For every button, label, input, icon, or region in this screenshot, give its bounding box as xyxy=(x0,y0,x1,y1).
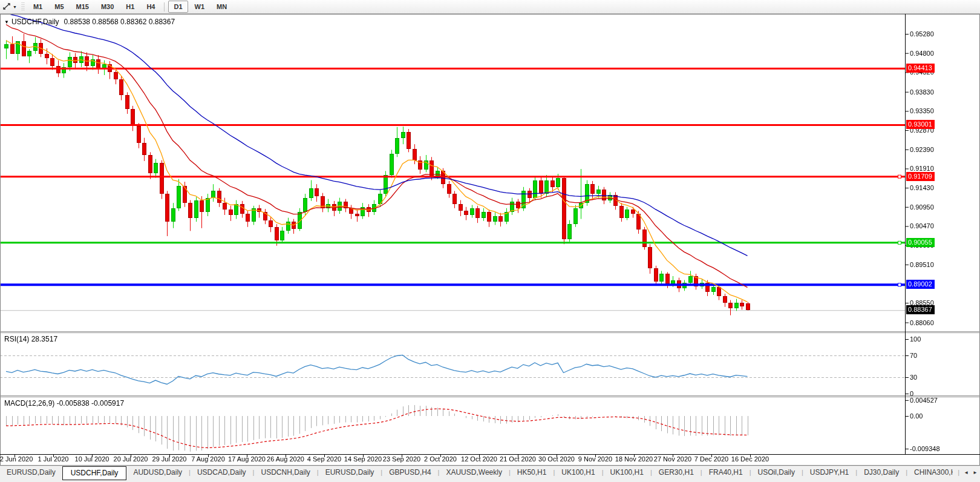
chart-pan-icon[interactable] xyxy=(2,2,12,12)
rsi-axis-label: 30 xyxy=(910,374,917,381)
toolbar-grip-handle[interactable] xyxy=(21,2,24,12)
date-label: 17 Aug 2020 xyxy=(228,455,266,463)
tab-separator: | xyxy=(958,469,959,476)
chart-tab-eurusd[interactable]: EURUSD,Daily xyxy=(0,466,62,479)
chart-tab-fra40[interactable]: FRA40,H1 xyxy=(702,466,750,479)
timeframe-button-d1[interactable]: D1 xyxy=(168,1,188,13)
macd-indicator-label: MACD(12,26,9) -0.005838 -0.005917 xyxy=(4,399,124,408)
timeframe-button-m15[interactable]: M15 xyxy=(71,1,94,13)
date-label: 10 Jul 2020 xyxy=(75,455,109,463)
chevron-down-icon[interactable]: ▼ xyxy=(13,5,17,9)
date-label: 27 Nov 2020 xyxy=(654,455,691,463)
chart-tab-bar: EURUSD,DailyUSDCHF,DailyAUDUSD,Daily|USD… xyxy=(0,466,980,482)
mt4-chart-window: ▼ M1M5M15M30H1H4D1W1MN ▼USDCHF,Daily0.88… xyxy=(0,0,980,482)
date-label: 4 Sep 2020 xyxy=(307,455,341,463)
timeframe-button-h1[interactable]: H1 xyxy=(120,1,140,13)
tabs-scroll-right-icon[interactable]: ► xyxy=(973,470,978,475)
timeframe-button-h4[interactable]: H4 xyxy=(141,1,160,13)
price-tick-label: 0.90470 xyxy=(910,222,934,229)
date-label: 26 Aug 2020 xyxy=(267,455,304,463)
price-tick-label: 0.90950 xyxy=(910,203,934,211)
chart-tab-uk100[interactable]: UK100,H1 xyxy=(555,466,601,479)
symbol-label: USDCHF,Daily xyxy=(11,18,59,26)
timeframe-toolbar: ▼ M1M5M15M30H1H4D1W1MN xyxy=(0,0,980,14)
date-label: 23 Sep 2020 xyxy=(383,455,420,463)
date-label: 2 Oct 2020 xyxy=(424,455,457,463)
date-label: 29 Jul 2020 xyxy=(152,455,187,463)
date-label: 7 Aug 2020 xyxy=(191,455,225,463)
hline-price-badge: 0.94413 xyxy=(906,64,935,73)
tab-scroll-arrows: | ◄ ► xyxy=(953,466,980,478)
collapse-triangle-icon[interactable]: ▼ xyxy=(4,19,9,25)
chart-tab-gbpusd[interactable]: GBPUSD,H4 xyxy=(382,466,437,479)
tabs-scroll-left-icon[interactable]: ◄ xyxy=(964,470,969,475)
timeframe-button-m5[interactable]: M5 xyxy=(49,1,69,13)
chart-tab-usdjpy[interactable]: USDJPY,H1 xyxy=(803,466,855,479)
timeframe-button-m1[interactable]: M1 xyxy=(28,1,48,13)
current-price-badge: 0.88367 xyxy=(906,305,935,314)
chart-tab-usoil[interactable]: USOil,Daily xyxy=(751,466,802,479)
price-tick-label: 0.89510 xyxy=(910,261,934,268)
macd-axis-min-label: -0.009348 xyxy=(910,445,940,452)
chart-tab-usdcnh[interactable]: USDCNH,Daily xyxy=(254,466,316,479)
chart-tab-usdchf[interactable]: USDCHF,Daily xyxy=(62,466,127,480)
price-tick-label: 0.91910 xyxy=(910,165,934,172)
price-tick-label: 0.91430 xyxy=(910,184,934,191)
price-tick-label: 0.94800 xyxy=(910,50,934,57)
chart-tab-xauusd[interactable]: XAUUSD,Weekly xyxy=(439,466,508,479)
price-tick-label: 0.95280 xyxy=(910,30,934,38)
date-label: 16 Dec 2020 xyxy=(731,455,769,463)
hline-price-badge: 0.89002 xyxy=(906,280,935,289)
timeframe-button-w1[interactable]: W1 xyxy=(189,1,211,13)
rsi-axis-label: 100 xyxy=(910,335,921,343)
date-label: 18 Nov 2020 xyxy=(615,455,653,463)
date-label: 20 Jul 2020 xyxy=(114,455,148,463)
rsi-indicator-label: RSI(14) 28.3517 xyxy=(4,335,57,343)
chart-tab-uk100[interactable]: UK100,H1 xyxy=(604,466,650,479)
macd-axis-zero-label: 0.00 xyxy=(910,412,923,420)
price-tick-label: 0.93350 xyxy=(910,107,934,114)
timeframe-buttons: M1M5M15M30H1H4D1W1MN xyxy=(27,1,233,13)
macd-axis-max-label: 0.004527 xyxy=(910,397,938,404)
date-label: 21 Oct 2020 xyxy=(500,455,536,463)
hline-price-badge: 0.91709 xyxy=(906,172,935,181)
price-chart-canvas[interactable] xyxy=(0,14,980,466)
ohlc-values: 0.88538 0.88568 0.88362 0.88367 xyxy=(64,18,175,26)
date-label: 1 Jul 2020 xyxy=(38,455,69,463)
price-tick-label: 0.93830 xyxy=(910,88,934,96)
chart-tab-hk50[interactable]: HK50,H1 xyxy=(511,466,554,479)
date-label: 12 Oct 2020 xyxy=(461,455,497,463)
hline-price-badge: 0.93001 xyxy=(906,120,935,129)
price-tick-label: 0.88060 xyxy=(910,319,934,326)
date-label: 22 Jun 2020 xyxy=(0,455,33,463)
timeframe-button-mn[interactable]: MN xyxy=(211,1,232,13)
date-label: 7 Dec 2020 xyxy=(694,455,728,463)
chart-tab-ger30[interactable]: GER30,H1 xyxy=(652,466,701,479)
timeframe-button-m30[interactable]: M30 xyxy=(96,1,119,13)
chart-tab-audusd[interactable]: AUDUSD,Daily xyxy=(126,466,189,479)
chart-tab-eurusd[interactable]: EURUSD,Daily xyxy=(319,466,381,479)
chart-tab-dj30[interactable]: DJ30,Daily xyxy=(857,466,906,479)
toolbar-divider xyxy=(164,2,165,12)
chart-tab-usdcad[interactable]: USDCAD,Daily xyxy=(191,466,253,479)
hline-price-badge: 0.90055 xyxy=(906,238,935,247)
date-label: 9 Nov 2020 xyxy=(578,455,612,463)
rsi-axis-label: 70 xyxy=(910,352,917,359)
date-label: 14 Sep 2020 xyxy=(344,455,382,463)
chart-title: ▼USDCHF,Daily0.88538 0.88568 0.88362 0.8… xyxy=(4,18,175,26)
price-tick-label: 0.92390 xyxy=(910,146,934,153)
date-label: 30 Oct 2020 xyxy=(538,455,575,463)
